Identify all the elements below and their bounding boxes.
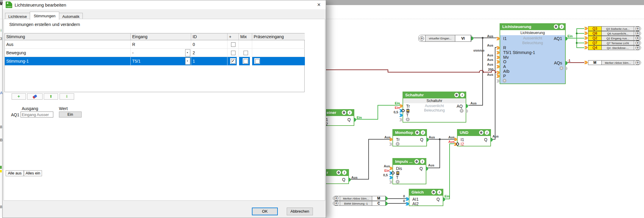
add-stimmung-button[interactable]: + bbox=[12, 93, 26, 100]
output-actor-q4[interactable]: Q4 Q4 -Steckdose-... bbox=[588, 45, 641, 50]
info-icon[interactable] bbox=[485, 130, 489, 135]
output-merker[interactable]: M Merker Aktive Stim... bbox=[588, 60, 641, 65]
gear-icon[interactable] bbox=[635, 36, 640, 41]
column-header-mix[interactable]: Mix bbox=[239, 33, 252, 40]
gear-icon[interactable] bbox=[635, 27, 640, 31]
cell-eingang[interactable]: - bbox=[131, 49, 191, 57]
output-connector[interactable] bbox=[354, 118, 356, 122]
input-connector[interactable] bbox=[584, 27, 588, 30]
gear-icon[interactable] bbox=[336, 170, 341, 175]
add-output-icon[interactable] bbox=[559, 66, 563, 70]
output-connector[interactable] bbox=[426, 167, 428, 171]
input-connector[interactable] bbox=[389, 167, 393, 170]
close-icon[interactable] bbox=[316, 2, 322, 7]
add-input-icon[interactable] bbox=[503, 79, 506, 83]
stimmungen-table[interactable]: Stimmung Eingang ID + Mix Präsenzeingang… bbox=[4, 33, 305, 92]
gear-icon[interactable] bbox=[635, 31, 640, 36]
abbrechen-button[interactable]: Abbrechen bbox=[287, 208, 313, 215]
output-connector[interactable] bbox=[471, 36, 473, 40]
table-row-stimmung-1[interactable]: Stimmung-1 T5/1 1 bbox=[5, 57, 304, 65]
gear-icon[interactable] bbox=[342, 110, 346, 115]
input-connector[interactable] bbox=[496, 65, 500, 68]
gear-icon[interactable] bbox=[554, 24, 558, 29]
wert-ein-button[interactable]: Ein bbox=[59, 112, 82, 117]
output-connector[interactable] bbox=[466, 104, 468, 108]
checkbox-plus[interactable] bbox=[231, 59, 236, 64]
gear-icon[interactable] bbox=[454, 93, 459, 97]
output-actor-q3[interactable]: Q3 Q3 Südseite Aus... bbox=[588, 26, 641, 31]
output-connector[interactable] bbox=[349, 178, 351, 182]
input-connector[interactable] bbox=[584, 32, 588, 35]
add-input-icon[interactable] bbox=[396, 180, 400, 184]
column-header-eingang[interactable]: Eingang bbox=[131, 33, 191, 40]
gear-icon[interactable] bbox=[635, 46, 640, 50]
add-input-icon[interactable] bbox=[396, 142, 400, 146]
output-connector[interactable] bbox=[386, 202, 388, 205]
input-connector[interactable] bbox=[406, 202, 409, 205]
add-output-icon[interactable] bbox=[460, 109, 464, 113]
ausgang-value-input[interactable] bbox=[21, 112, 53, 117]
cell-eingang[interactable]: R bbox=[131, 40, 191, 49]
input-connector[interactable] bbox=[406, 197, 409, 201]
output-connector[interactable] bbox=[386, 197, 388, 200]
output-actor-q8[interactable]: Q8 Q8 Aussenlicht... bbox=[588, 31, 641, 36]
gear-icon[interactable] bbox=[479, 130, 484, 135]
info-icon[interactable] bbox=[437, 190, 442, 194]
column-header-stimmung[interactable]: Stimmung bbox=[5, 33, 131, 40]
function-block-impuls[interactable]: Impuls ... Dis T Q bbox=[392, 158, 426, 184]
gear-icon[interactable] bbox=[420, 36, 424, 41]
gear-icon[interactable] bbox=[334, 196, 339, 201]
gear-icon[interactable] bbox=[414, 159, 419, 164]
input-connector[interactable] bbox=[496, 79, 500, 83]
input-connector[interactable] bbox=[584, 46, 588, 49]
function-block-schaltuhr[interactable]: Schaltuhr Schaltuhr Aussenlicht Beleucht… bbox=[403, 92, 466, 123]
alles-ein-button[interactable]: Alles ein bbox=[24, 170, 42, 176]
delete-stimmung-button[interactable] bbox=[27, 93, 43, 100]
info-icon[interactable] bbox=[460, 93, 464, 97]
function-block-monoflop[interactable]: Monoflop Tr Q bbox=[392, 129, 427, 146]
input-connector[interactable] bbox=[496, 75, 500, 78]
gear-icon[interactable] bbox=[334, 201, 339, 206]
function-block-und[interactable]: UND I1 I2 Q bbox=[457, 129, 491, 146]
input-connector[interactable] bbox=[496, 46, 500, 50]
table-row-bewegung[interactable]: Bewegung - 2 bbox=[5, 49, 304, 57]
input-connector[interactable] bbox=[399, 114, 403, 117]
add-input-icon[interactable] bbox=[406, 117, 410, 121]
input-connector[interactable] bbox=[389, 143, 393, 146]
input-connector[interactable] bbox=[584, 41, 588, 44]
output-connector[interactable] bbox=[466, 109, 468, 113]
move-down-button[interactable]: ⬇ bbox=[60, 93, 74, 100]
gear-icon[interactable] bbox=[635, 41, 640, 45]
table-row-aus[interactable]: Aus R 0 bbox=[5, 40, 304, 49]
input-connector[interactable] bbox=[389, 180, 393, 184]
tab-stimmungen[interactable]: Stimmungen bbox=[30, 12, 59, 20]
info-icon[interactable] bbox=[420, 159, 425, 164]
function-block-lichtsteuerung[interactable]: Lichtsteuerung Lichtsteuerung Aussenlich… bbox=[500, 23, 566, 84]
input-connector[interactable] bbox=[584, 61, 588, 64]
input-connector[interactable] bbox=[496, 71, 500, 74]
dialog-titlebar[interactable]: CONFIG Lichtsteuerung bearbeiten bbox=[3, 0, 326, 9]
info-icon[interactable] bbox=[421, 130, 425, 135]
info-icon[interactable] bbox=[347, 110, 352, 115]
column-header-praesenzeingang[interactable]: Präsenzeingang bbox=[252, 33, 305, 40]
input-connector[interactable] bbox=[496, 60, 500, 64]
output-connector[interactable] bbox=[565, 67, 567, 70]
eingang-dropdown[interactable] bbox=[185, 58, 190, 65]
column-header-plus[interactable]: + bbox=[227, 33, 239, 40]
info-icon[interactable] bbox=[559, 24, 564, 29]
checkbox-praesenz[interactable] bbox=[255, 59, 260, 64]
input-connector[interactable] bbox=[496, 56, 500, 59]
ok-button[interactable]: OK bbox=[252, 208, 278, 215]
output-connector[interactable] bbox=[491, 138, 493, 142]
input-connector[interactable] bbox=[584, 36, 588, 40]
merker-source[interactable]: Merker Aktive Stim... M bbox=[333, 196, 386, 201]
info-icon[interactable] bbox=[342, 170, 347, 175]
alle-aus-button[interactable]: Alle aus bbox=[6, 170, 24, 176]
input-connector[interactable] bbox=[496, 51, 500, 54]
output-connector[interactable] bbox=[565, 37, 567, 41]
output-connector[interactable] bbox=[427, 138, 429, 142]
output-actor-q2[interactable]: Q2 Q2 Eingang Aus... bbox=[588, 36, 641, 41]
eingang-dropdown[interactable] bbox=[185, 49, 190, 56]
input-connector[interactable] bbox=[389, 176, 393, 179]
cell-eingang[interactable]: T5/1 bbox=[131, 57, 191, 65]
